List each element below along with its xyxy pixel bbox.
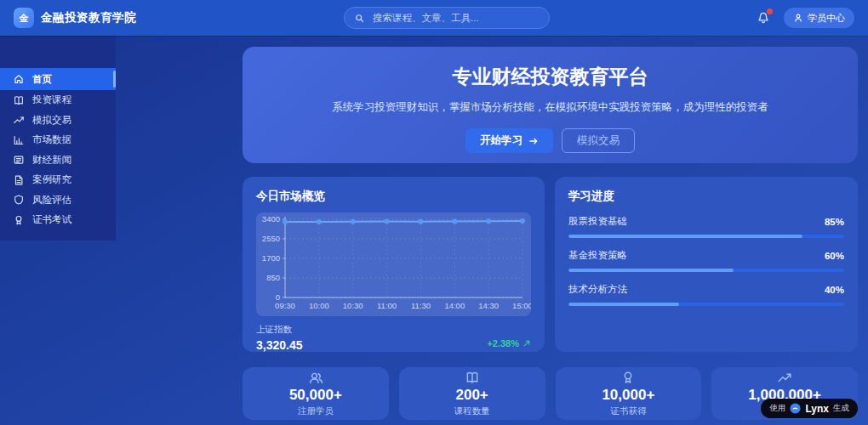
svg-text:09:30: 09:30	[275, 301, 295, 310]
sidebar-nav: 首页投资课程模拟交易市场数据财经新闻案例研究风险评估证书考试	[0, 36, 116, 241]
user-center-label: 学员中心	[808, 12, 845, 25]
progress-item-label: 基金投资策略	[568, 249, 627, 262]
app-root: 金 金融投资教育学院	[0, 0, 868, 425]
badge-brand: Lynx	[805, 403, 829, 415]
index-name: 上证指数	[256, 324, 303, 336]
lynx-generated-badge[interactable]: 使用 Lynx 生成	[761, 399, 858, 418]
sidebar-item-sim-trade[interactable]: 模拟交易	[0, 110, 116, 131]
progress-fill	[568, 235, 802, 238]
certificate-icon	[13, 214, 25, 226]
badge-suffix: 生成	[833, 403, 849, 414]
stat-value: 200+	[455, 387, 488, 404]
trend-icon	[13, 114, 25, 126]
sidebar-item-market[interactable]: 市场数据	[0, 130, 116, 150]
navbar-actions: 学员中心	[757, 8, 854, 28]
sidebar-item-home[interactable]: 首页	[0, 68, 116, 90]
brand: 金 金融投资教育学院	[14, 8, 136, 28]
svg-text:850: 850	[266, 273, 280, 282]
progress-item-percent: 85%	[825, 217, 844, 227]
stat-card: 10,000+证书获得	[556, 367, 702, 420]
book-icon	[465, 370, 480, 385]
svg-text:1700: 1700	[262, 253, 280, 263]
index-block: 上证指数 3,320.45	[256, 324, 303, 352]
stat-label: 证书获得	[610, 405, 646, 417]
certificate-icon	[620, 370, 636, 385]
bell-icon[interactable]	[757, 11, 770, 25]
progress-item: 股票投资基础85%	[568, 215, 844, 238]
index-change-value: +2.38%	[487, 338, 519, 348]
book-icon	[13, 94, 25, 106]
sim-trade-button[interactable]: 模拟交易	[562, 128, 635, 153]
hero-subtitle: 系统学习投资理财知识，掌握市场分析技能，在模拟环境中实践投资策略，成为理性的投资…	[318, 99, 782, 116]
market-chart-panel: 085017002550340009:3010:0010:3011:0011:3…	[256, 212, 531, 316]
svg-text:14:30: 14:30	[478, 301, 499, 310]
market-overview-card: 今日市场概览 085017002550340009:3010:0010:3011…	[243, 177, 545, 352]
progress-item-row: 技术分析方法40%	[568, 283, 844, 296]
progress-track	[568, 235, 844, 238]
sidebar-item-label: 首页	[32, 73, 52, 86]
shield-icon	[13, 194, 25, 206]
search-bar[interactable]	[344, 7, 550, 29]
sidebar-item-label: 市场数据	[32, 133, 71, 146]
arrow-right-icon	[528, 136, 539, 146]
home-icon	[13, 73, 25, 85]
progress-item-row: 基金投资策略60%	[568, 249, 844, 262]
progress-fill	[568, 269, 734, 272]
index-row: 上证指数 3,320.45 +2.38%	[256, 324, 531, 352]
progress-card-title: 学习进度	[568, 189, 844, 204]
hero-title: 专业财经投资教育平台	[243, 64, 858, 90]
sidebar-item-courses[interactable]: 投资课程	[0, 90, 116, 110]
index-change: +2.38%	[487, 338, 531, 352]
stat-label: 注册学员	[298, 405, 334, 417]
news-icon	[13, 154, 25, 166]
sidebar-item-label: 财经新闻	[32, 154, 71, 167]
start-learning-button[interactable]: 开始学习	[465, 128, 553, 153]
badge-prefix: 使用	[769, 403, 785, 414]
market-line-chart: 085017002550340009:3010:0010:3011:0011:3…	[256, 212, 531, 316]
stat-value: 10,000+	[602, 387, 654, 404]
search-icon	[354, 13, 365, 24]
sidebar-item-label: 模拟交易	[32, 114, 71, 127]
progress-item-label: 股票投资基础	[568, 215, 627, 228]
stat-card: 50,000+注册学员	[243, 367, 389, 420]
svg-text:15:00: 15:00	[512, 301, 531, 310]
progress-item: 基金投资策略60%	[568, 249, 844, 272]
stat-label: 课程数量	[454, 405, 490, 417]
svg-text:11:30: 11:30	[411, 301, 431, 310]
sidebar-item-cases[interactable]: 案例研究	[0, 170, 116, 190]
progress-track	[568, 303, 844, 306]
lynx-logo-icon	[790, 403, 801, 414]
sidebar-item-label: 风险评估	[32, 194, 71, 207]
top-navbar: 金 金融投资教育学院	[0, 0, 868, 36]
stat-card: 200+课程数量	[399, 367, 545, 420]
svg-text:11:00: 11:00	[377, 301, 397, 310]
user-center-button[interactable]: 学员中心	[784, 8, 854, 28]
progress-item: 技术分析方法40%	[568, 283, 844, 306]
progress-item-percent: 60%	[825, 251, 844, 261]
progress-fill	[568, 303, 679, 306]
logo-icon: 金	[14, 8, 34, 28]
document-icon	[13, 174, 25, 186]
bar-chart-icon	[13, 134, 25, 146]
sidebar-item-risk[interactable]: 风险评估	[0, 190, 116, 211]
svg-text:3400: 3400	[262, 214, 280, 224]
progress-item-percent: 40%	[825, 285, 844, 295]
arrow-up-right-icon	[523, 339, 531, 348]
sidebar-item-news[interactable]: 财经新闻	[0, 150, 116, 171]
sidebar-item-exam[interactable]: 证书考试	[0, 210, 116, 230]
index-value: 3,320.45	[256, 338, 303, 352]
active-indicator	[113, 71, 116, 88]
svg-text:10:30: 10:30	[343, 301, 363, 310]
sidebar-item-label: 投资课程	[32, 94, 71, 106]
hero-buttons: 开始学习 模拟交易	[243, 128, 858, 153]
svg-text:10:00: 10:00	[309, 301, 329, 310]
notification-dot	[767, 8, 773, 14]
trend-icon	[777, 370, 792, 385]
sidebar-item-label: 证书考试	[32, 213, 71, 226]
learning-progress-card: 学习进度 股票投资基础85%基金投资策略60%技术分析方法40%	[555, 177, 858, 352]
progress-track	[568, 269, 844, 272]
stat-value: 50,000+	[289, 387, 342, 404]
search-input[interactable]	[371, 12, 540, 24]
svg-text:14:00: 14:00	[444, 301, 465, 310]
app-title: 金融投资教育学院	[41, 10, 136, 26]
